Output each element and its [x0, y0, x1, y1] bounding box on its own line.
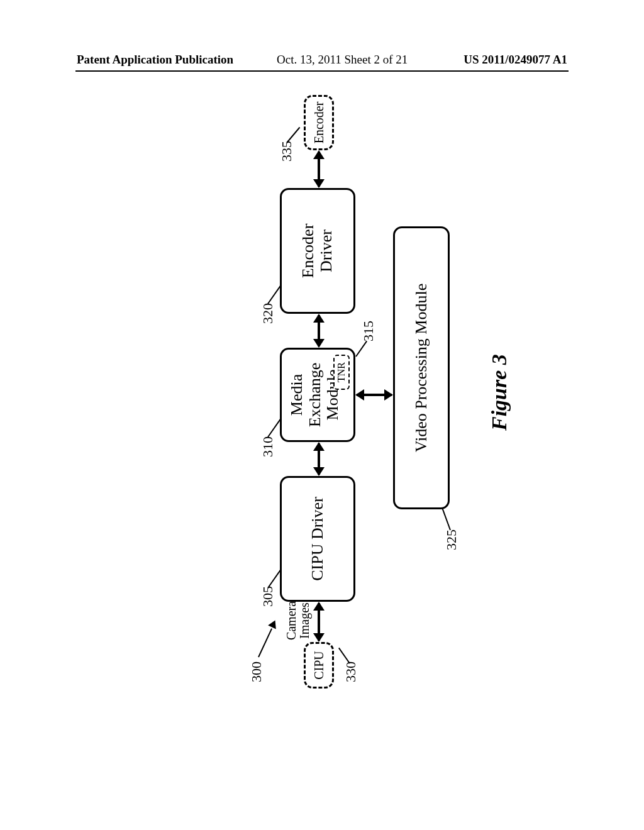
lead-300	[258, 628, 272, 657]
encoder-driver-l2: Driver	[318, 230, 336, 272]
tnr-box: TNR	[333, 355, 350, 390]
arrow-media-videoproc	[357, 394, 392, 396]
encoder-driver-box: Encoder Driver	[280, 188, 355, 314]
header-right: US 2011/0249077 A1	[464, 53, 567, 67]
encoder-driver-l1: Encoder	[299, 224, 318, 279]
cipu-box: CIPU	[304, 642, 334, 689]
ref-315: 315	[360, 321, 377, 341]
media-exch-l2: Exchange	[306, 363, 325, 428]
ref-335: 335	[279, 141, 295, 162]
lead-300-arrowhead	[268, 619, 279, 629]
ref-320: 320	[260, 303, 276, 324]
ref-325: 325	[443, 529, 460, 550]
ref-310: 310	[260, 436, 276, 457]
header-left: Patent Application Publication	[77, 53, 233, 67]
ref-330: 330	[343, 661, 359, 682]
media-exchange-box: Media Exchange Module TNR	[280, 348, 355, 442]
camera-images-l1: Camera	[285, 595, 298, 646]
encoder-label: Encoder	[312, 102, 326, 144]
lead-320	[267, 285, 281, 304]
arrow-encdrv-encoder	[318, 152, 320, 187]
camera-images-l2: Images	[298, 595, 311, 646]
header-rule	[75, 70, 569, 72]
encoder-box: Encoder	[304, 95, 334, 150]
cipu-label: CIPU	[312, 651, 326, 680]
camera-images-label: Camera Images	[285, 595, 311, 646]
cipu-driver-box: CIPU Driver	[280, 476, 355, 602]
lead-325	[441, 507, 451, 530]
page-header: Patent Application Publication Oct. 13, …	[0, 53, 644, 72]
arrow-driver-media	[318, 443, 320, 475]
cipu-driver-label: CIPU Driver	[309, 497, 327, 581]
lead-315	[355, 341, 367, 357]
media-exch-l1: Media	[288, 374, 306, 416]
tnr-label: TNR	[336, 362, 347, 382]
arrow-cipu-to-driver	[318, 603, 320, 641]
figure-3-diagram: 300 CIPU 330 Camera Images CIPU Driver 3…	[16, 179, 613, 619]
ref-305: 305	[260, 586, 276, 607]
lead-310	[267, 419, 281, 438]
figure-caption: Figure 3	[487, 354, 511, 431]
arrow-media-encdrv	[318, 315, 320, 346]
video-processing-label: Video Processing Module	[413, 284, 431, 453]
ref-300: 300	[248, 661, 265, 682]
video-processing-box: Video Processing Module	[393, 226, 450, 509]
header-middle: Oct. 13, 2011 Sheet 2 of 21	[277, 53, 408, 67]
